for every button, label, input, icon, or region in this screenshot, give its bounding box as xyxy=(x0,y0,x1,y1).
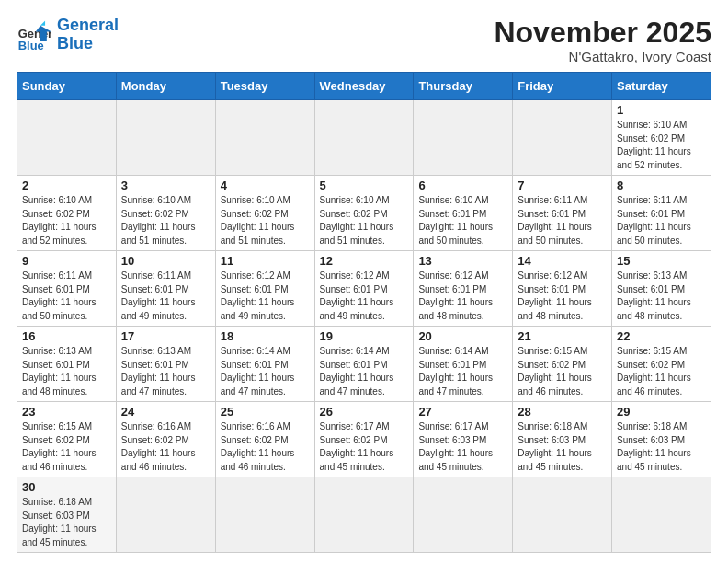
logo-icon: General Blue xyxy=(17,17,51,52)
day-info: Sunrise: 6:18 AM Sunset: 6:03 PM Dayligh… xyxy=(22,496,111,549)
day-number: 9 xyxy=(22,254,111,268)
table-row xyxy=(513,100,612,176)
calendar-header-row: Sunday Monday Tuesday Wednesday Thursday… xyxy=(17,73,711,100)
header-sunday: Sunday xyxy=(17,73,117,100)
table-row: 27Sunrise: 6:17 AM Sunset: 6:03 PM Dayli… xyxy=(414,402,513,477)
table-row: 4Sunrise: 6:10 AM Sunset: 6:02 PM Daylig… xyxy=(215,176,314,251)
day-number: 15 xyxy=(617,254,706,268)
svg-marker-3 xyxy=(40,20,45,25)
day-info: Sunrise: 6:10 AM Sunset: 6:02 PM Dayligh… xyxy=(221,194,310,247)
day-number: 2 xyxy=(22,178,111,192)
table-row: 20Sunrise: 6:14 AM Sunset: 6:01 PM Dayli… xyxy=(414,327,513,402)
day-info: Sunrise: 6:13 AM Sunset: 6:01 PM Dayligh… xyxy=(22,345,111,398)
logo-blue: Blue xyxy=(57,34,93,52)
table-row: 28Sunrise: 6:18 AM Sunset: 6:03 PM Dayli… xyxy=(513,402,612,477)
day-number: 6 xyxy=(418,178,507,192)
table-row: 15Sunrise: 6:13 AM Sunset: 6:01 PM Dayli… xyxy=(612,251,711,327)
day-info: Sunrise: 6:10 AM Sunset: 6:02 PM Dayligh… xyxy=(22,194,111,247)
day-info: Sunrise: 6:11 AM Sunset: 6:01 PM Dayligh… xyxy=(518,194,607,247)
day-number: 13 xyxy=(418,254,507,268)
day-info: Sunrise: 6:10 AM Sunset: 6:01 PM Dayligh… xyxy=(418,194,507,247)
day-info: Sunrise: 6:18 AM Sunset: 6:03 PM Dayligh… xyxy=(617,420,706,474)
logo-text: General Blue xyxy=(57,17,119,53)
day-info: Sunrise: 6:14 AM Sunset: 6:01 PM Dayligh… xyxy=(221,345,310,398)
day-number: 3 xyxy=(121,178,210,192)
day-info: Sunrise: 6:10 AM Sunset: 6:02 PM Dayligh… xyxy=(617,119,706,172)
day-info: Sunrise: 6:18 AM Sunset: 6:03 PM Dayligh… xyxy=(518,420,607,474)
table-row xyxy=(215,100,314,176)
table-row: 11Sunrise: 6:12 AM Sunset: 6:01 PM Dayli… xyxy=(215,251,314,327)
day-info: Sunrise: 6:16 AM Sunset: 6:02 PM Dayligh… xyxy=(121,420,210,474)
table-row: 29Sunrise: 6:18 AM Sunset: 6:03 PM Dayli… xyxy=(612,402,711,477)
day-number: 11 xyxy=(221,254,310,268)
day-number: 28 xyxy=(518,405,607,419)
calendar-title: November 2025 xyxy=(494,17,711,49)
day-number: 19 xyxy=(320,329,409,343)
day-info: Sunrise: 6:12 AM Sunset: 6:01 PM Dayligh… xyxy=(418,270,507,323)
table-row: 14Sunrise: 6:12 AM Sunset: 6:01 PM Dayli… xyxy=(513,251,612,327)
day-number: 10 xyxy=(121,254,210,268)
day-number: 1 xyxy=(617,103,706,117)
day-number: 14 xyxy=(518,254,607,268)
table-row xyxy=(612,477,711,553)
table-row xyxy=(215,477,314,553)
day-number: 29 xyxy=(617,405,706,419)
day-info: Sunrise: 6:15 AM Sunset: 6:02 PM Dayligh… xyxy=(518,345,607,398)
table-row: 3Sunrise: 6:10 AM Sunset: 6:02 PM Daylig… xyxy=(116,176,215,251)
table-row: 12Sunrise: 6:12 AM Sunset: 6:01 PM Dayli… xyxy=(314,251,414,327)
title-block: November 2025 N'Gattakro, Ivory Coast xyxy=(494,17,711,64)
table-row: 6Sunrise: 6:10 AM Sunset: 6:01 PM Daylig… xyxy=(414,176,513,251)
svg-text:Blue: Blue xyxy=(18,38,44,52)
day-info: Sunrise: 6:17 AM Sunset: 6:02 PM Dayligh… xyxy=(320,420,409,474)
table-row: 18Sunrise: 6:14 AM Sunset: 6:01 PM Dayli… xyxy=(215,327,314,402)
day-number: 5 xyxy=(320,178,409,192)
day-info: Sunrise: 6:12 AM Sunset: 6:01 PM Dayligh… xyxy=(320,270,409,323)
table-row xyxy=(17,100,117,176)
day-number: 20 xyxy=(418,329,507,343)
header-wednesday: Wednesday xyxy=(314,73,414,100)
table-row: 16Sunrise: 6:13 AM Sunset: 6:01 PM Dayli… xyxy=(17,327,117,402)
day-number: 25 xyxy=(221,405,310,419)
day-info: Sunrise: 6:13 AM Sunset: 6:01 PM Dayligh… xyxy=(617,270,706,323)
page: General Blue General Blue November 2025 … xyxy=(0,0,728,562)
day-number: 26 xyxy=(320,405,409,419)
table-row: 1Sunrise: 6:10 AM Sunset: 6:02 PM Daylig… xyxy=(612,100,711,176)
table-row: 8Sunrise: 6:11 AM Sunset: 6:01 PM Daylig… xyxy=(612,176,711,251)
day-info: Sunrise: 6:15 AM Sunset: 6:02 PM Dayligh… xyxy=(617,345,706,398)
logo-general: General xyxy=(57,16,119,34)
table-row xyxy=(314,100,414,176)
table-row: 7Sunrise: 6:11 AM Sunset: 6:01 PM Daylig… xyxy=(513,176,612,251)
table-row: 2Sunrise: 6:10 AM Sunset: 6:02 PM Daylig… xyxy=(17,176,117,251)
day-number: 27 xyxy=(418,405,507,419)
table-row: 10Sunrise: 6:11 AM Sunset: 6:01 PM Dayli… xyxy=(116,251,215,327)
day-number: 21 xyxy=(518,329,607,343)
calendar-table: Sunday Monday Tuesday Wednesday Thursday… xyxy=(17,72,711,553)
day-number: 22 xyxy=(617,329,706,343)
table-row: 25Sunrise: 6:16 AM Sunset: 6:02 PM Dayli… xyxy=(215,402,314,477)
table-row: 26Sunrise: 6:17 AM Sunset: 6:02 PM Dayli… xyxy=(314,402,414,477)
day-info: Sunrise: 6:11 AM Sunset: 6:01 PM Dayligh… xyxy=(617,194,706,247)
table-row: 24Sunrise: 6:16 AM Sunset: 6:02 PM Dayli… xyxy=(116,402,215,477)
day-info: Sunrise: 6:13 AM Sunset: 6:01 PM Dayligh… xyxy=(121,345,210,398)
day-info: Sunrise: 6:12 AM Sunset: 6:01 PM Dayligh… xyxy=(221,270,310,323)
header-friday: Friday xyxy=(513,73,612,100)
table-row: 21Sunrise: 6:15 AM Sunset: 6:02 PM Dayli… xyxy=(513,327,612,402)
day-info: Sunrise: 6:10 AM Sunset: 6:02 PM Dayligh… xyxy=(320,194,409,247)
day-info: Sunrise: 6:14 AM Sunset: 6:01 PM Dayligh… xyxy=(418,345,507,398)
day-info: Sunrise: 6:11 AM Sunset: 6:01 PM Dayligh… xyxy=(22,270,111,323)
table-row xyxy=(314,477,414,553)
day-number: 17 xyxy=(121,329,210,343)
header-monday: Monday xyxy=(116,73,215,100)
day-info: Sunrise: 6:15 AM Sunset: 6:02 PM Dayligh… xyxy=(22,420,111,474)
day-number: 23 xyxy=(22,405,111,419)
table-row: 22Sunrise: 6:15 AM Sunset: 6:02 PM Dayli… xyxy=(612,327,711,402)
header-thursday: Thursday xyxy=(414,73,513,100)
day-number: 7 xyxy=(518,178,607,192)
table-row xyxy=(116,477,215,553)
table-row xyxy=(414,100,513,176)
logo: General Blue General Blue xyxy=(17,17,119,53)
day-number: 4 xyxy=(221,178,310,192)
table-row: 23Sunrise: 6:15 AM Sunset: 6:02 PM Dayli… xyxy=(17,402,117,477)
day-number: 24 xyxy=(121,405,210,419)
header: General Blue General Blue November 2025 … xyxy=(17,17,711,64)
